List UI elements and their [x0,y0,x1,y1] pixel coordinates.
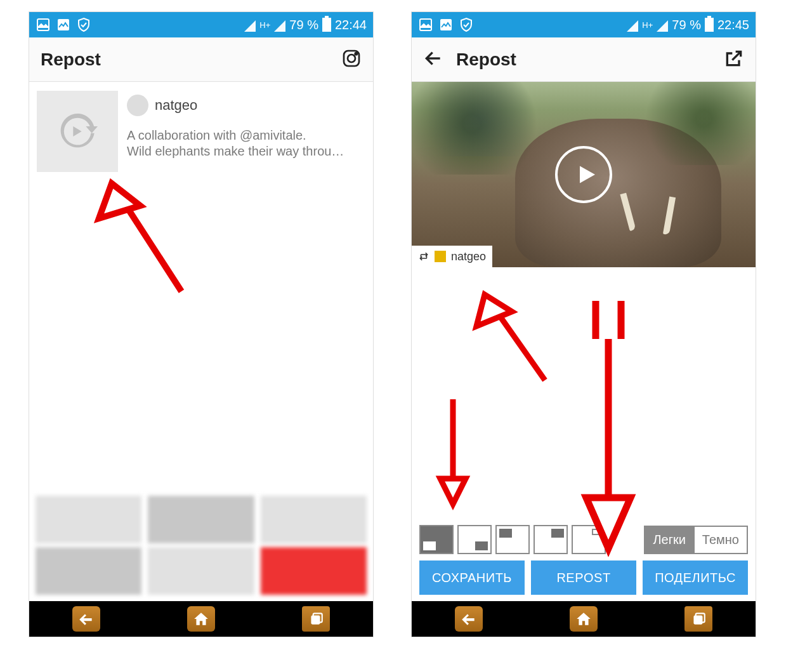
annotation-arrow [469,272,551,389]
open-external-icon[interactable] [724,48,744,71]
watermark-username: natgeo [451,250,486,263]
play-icon[interactable] [555,146,612,203]
nav-recent-button[interactable] [302,606,330,632]
status-bar: H+ 79 % 22:45 [412,12,756,37]
page-title: Repost [41,50,101,70]
annotation-arrow [431,393,475,516]
share-button[interactable]: ПОДЕЛИТЬС [643,560,748,595]
svg-point-4 [355,53,357,55]
svg-rect-7 [420,19,431,30]
nav-recent-button[interactable] [684,606,712,632]
natgeo-badge-icon [435,251,446,262]
battery-pct: 79 % [672,18,701,32]
svg-rect-8 [440,19,452,30]
refresh-icon [57,111,98,152]
watermark-position-row: Легки Темно [419,525,748,554]
save-button[interactable]: СОХРАНИТЬ [419,560,525,595]
net-label: H+ [642,20,653,30]
caption-line: Wild elephants make their way throu… [127,143,365,159]
post-thumbnail[interactable] [37,91,118,172]
position-bottom-right[interactable] [457,525,492,554]
status-bar: H+ 79 % 22:44 [29,12,373,37]
page-title: Repost [456,50,516,70]
phone-left: H+ 79 % 22:44 Repost natgeo A collaborat… [29,11,374,637]
nav-home-button[interactable] [187,606,215,632]
battery-icon [705,18,714,32]
battery-pct: 79 % [289,18,318,32]
svg-rect-1 [58,19,69,30]
chart-icon [56,17,71,32]
phone-right: H+ 79 % 22:45 Repost natgeo Легки [411,11,756,637]
nav-back-button[interactable] [455,606,483,632]
signal-icon [627,20,638,32]
image-icon [36,17,51,32]
back-icon[interactable] [423,48,443,71]
app-bar: Repost [412,37,756,82]
position-bottom-left[interactable] [419,525,454,554]
signal-icon [657,20,668,32]
svg-rect-9 [693,616,702,625]
repost-icon [418,251,429,262]
nav-back-button[interactable] [72,606,100,632]
instagram-icon[interactable] [341,48,362,71]
post-list-item[interactable]: natgeo A collaboration with @amivitale. … [29,82,373,181]
shield-icon [459,17,474,32]
action-button-row: СОХРАНИТЬ REPOST ПОДЕЛИТЬС [419,560,748,595]
net-label: H+ [259,20,270,30]
theme-toggle: Легки Темно [644,526,748,554]
svg-point-3 [348,55,355,62]
repost-button[interactable]: REPOST [531,560,636,595]
clock: 22:44 [335,18,367,32]
caption-line: A collaboration with @amivitale. [127,128,365,143]
position-top-left[interactable] [495,525,530,554]
nav-bar [412,601,756,637]
theme-dark-button[interactable]: Темно [693,527,747,553]
avatar [127,95,148,116]
svg-rect-0 [37,19,49,30]
app-bar: Repost [29,37,373,82]
theme-light-button[interactable]: Легки [645,527,693,553]
username: natgeo [155,97,197,114]
nav-home-button[interactable] [570,606,598,632]
position-none[interactable] [572,525,606,554]
chart-icon [438,17,454,32]
signal-icon [244,20,256,32]
position-top-right[interactable] [534,525,568,554]
shield-icon [76,17,91,32]
nav-bar [29,601,373,637]
annotation-arrow [573,295,650,564]
battery-icon [322,18,331,32]
blurred-ads [36,496,367,595]
svg-rect-5 [311,616,320,625]
repost-watermark: natgeo [412,246,492,267]
media-preview[interactable]: natgeo [412,82,756,267]
signal-icon [274,20,285,32]
clock: 22:45 [717,18,749,32]
image-icon [418,17,433,32]
